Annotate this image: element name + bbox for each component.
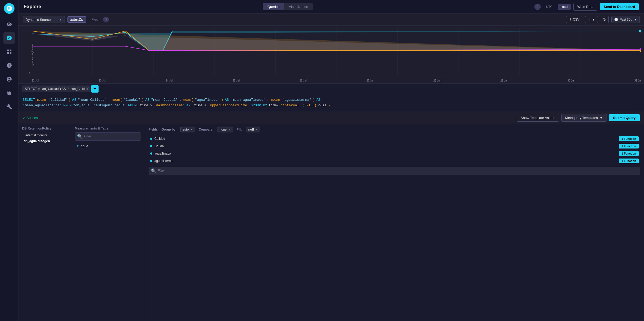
field-name-caudal: Caudal (154, 144, 617, 148)
sidebar-item-settings2[interactable] (3, 73, 15, 85)
fill-chevron-icon: ▼ (255, 128, 258, 131)
db-agua-autogen[interactable]: db_agua.autogen (22, 138, 67, 144)
fill-value: null (248, 128, 254, 131)
search-icon: 🔍 (77, 134, 82, 139)
query-tab-label: SELECT mean("Calidad") AS "mean_Calidad"… (25, 87, 90, 91)
header-tabs: Queries Visualization (263, 3, 313, 10)
sidebar-item-alert[interactable] (3, 60, 15, 71)
top-header: Explore Queries Visualization ? UTC Loca… (18, 0, 644, 14)
compare-value: none (219, 128, 227, 131)
lang-flux-button[interactable]: Flux (89, 16, 101, 23)
app-logo[interactable] (4, 3, 14, 14)
sidebar (0, 0, 18, 321)
fields-filter[interactable]: 🔍 (149, 167, 640, 175)
page-title: Explore (24, 4, 41, 9)
field-name-aguacisterna: aguacisterna (154, 159, 617, 163)
query-toolbar: Dynamic Source ▼ InfluxQL Flux ? ⬇ CSV ⏸… (18, 14, 644, 26)
x-label-0: 22 Jul (32, 79, 39, 82)
download-icon: ⬇ (569, 18, 572, 21)
metaquery-templates-button[interactable]: Metaquery Templates ▼ (561, 114, 607, 122)
metaquery-label: Metaquery Templates (565, 116, 598, 120)
lang-influxql-button[interactable]: InfluxQL (67, 16, 86, 23)
csv-download-button[interactable]: ⬇ CSV (566, 16, 582, 23)
field-function-btn-calidad[interactable]: 1 Function (619, 136, 639, 141)
measurements-header: Measurements & Tags (75, 127, 141, 130)
x-label-5: 27 Jul (367, 79, 374, 82)
sidebar-item-explore[interactable] (3, 32, 15, 44)
source-select[interactable]: Dynamic Source ▼ (23, 16, 65, 23)
pause-button[interactable]: ⏸ ▼ (585, 16, 598, 23)
submit-query-button[interactable]: Submit Query (609, 114, 640, 121)
field-dot-aguatinaco (150, 152, 152, 155)
status-bar: ✓ Success! Show Template Values Metaquer… (18, 112, 644, 124)
compare-select[interactable]: none ▼ (217, 127, 233, 132)
x-label-2: 24 Jul (165, 79, 173, 82)
metaquery-chevron-icon: ▼ (599, 116, 603, 120)
field-dot-caudal (150, 145, 152, 147)
time-range-label: Past 30d (620, 18, 632, 21)
help-button[interactable]: ? (534, 4, 541, 10)
query-help-button[interactable]: ? (103, 17, 109, 22)
time-range-chevron-icon: ▼ (634, 18, 637, 21)
field-function-btn-aguatinaco[interactable]: 1 Function (619, 151, 639, 156)
measurements-filter-input[interactable] (84, 135, 139, 138)
chart-y-zero: 0 (29, 72, 31, 75)
sidebar-item-eye[interactable] (3, 18, 15, 30)
field-function-btn-caudal[interactable]: 1 Function (619, 144, 639, 148)
field-function-btn-aguacisterna[interactable]: 1 Function (619, 159, 639, 163)
show-template-button[interactable]: Show Template Values (517, 114, 559, 122)
x-label-6: 28 Jul (433, 79, 441, 82)
write-data-button[interactable]: Write Data (573, 3, 597, 11)
compare-chevron-icon: ▼ (228, 128, 231, 131)
field-name-aguatinaco: aguaTinaco (154, 152, 617, 155)
query-tabs: SELECT mean("Calidad") AS "mean_Calidad"… (18, 84, 644, 94)
field-row-caudal[interactable]: Caudal 1 Function (149, 142, 640, 150)
x-label-7: 29 Jul (500, 79, 508, 82)
fill-select[interactable]: null ▼ (246, 127, 260, 132)
svg-point-14 (639, 30, 641, 32)
add-query-button[interactable]: + (91, 85, 99, 93)
group-by-value: auto (183, 128, 189, 131)
field-row-aguacisterna[interactable]: aguacisterna 1 Function (149, 157, 640, 165)
x-label-3: 25 Jul (232, 79, 240, 82)
schema-browser: DB.RetentionPolicy _internal.monitor db_… (18, 124, 644, 321)
field-row-calidad[interactable]: Calidad 1 Function (149, 135, 640, 142)
sidebar-item-grid[interactable] (3, 46, 15, 58)
sidebar-item-crown[interactable] (3, 87, 15, 99)
sql-select-kw: SELECT (23, 97, 35, 103)
compare-label: Compare: (199, 128, 213, 131)
query-tab-1[interactable]: SELECT mean("Calidad") AS "mean_Calidad"… (22, 85, 90, 92)
x-label-9: 31 Jul (634, 79, 641, 82)
pause-icon: ⏸ (588, 18, 591, 21)
fields-controls: Fields Group by: auto ▼ Compare: none ▼ … (149, 127, 640, 132)
main-content: Explore Queries Visualization ? UTC Loca… (18, 0, 644, 321)
send-to-dashboard-button[interactable]: Send to Dashboard (600, 3, 639, 10)
sql-editor[interactable]: SELECT mean("Calidad") AS "mean_Calidad"… (18, 94, 644, 112)
field-name-calidad: Calidad (154, 137, 617, 141)
db-internal-monitor[interactable]: _internal.monitor (22, 132, 67, 138)
fields-col: Fields Group by: auto ▼ Compare: none ▼ … (145, 124, 644, 321)
utc-button[interactable]: UTC (543, 4, 555, 10)
expand-arrow-icon: ▼ (76, 145, 79, 147)
group-by-select[interactable]: auto ▼ (180, 127, 195, 132)
chart-x-labels: 22 Jul 23 Jul 24 Jul 25 Jul 26 Jul 27 Ju… (32, 79, 641, 82)
sidebar-item-wrench[interactable] (3, 101, 15, 112)
db-retention-col: DB.RetentionPolicy _internal.monitor db_… (18, 124, 71, 321)
refresh-button[interactable]: ↻ (601, 16, 609, 23)
group-by-label: Group by: (162, 128, 177, 131)
measurement-agua[interactable]: ▼ agua (75, 143, 141, 149)
chart-area: agua.mean_Calidad (18, 26, 644, 84)
x-label-8: 30 Jul (567, 79, 574, 82)
field-row-aguatinaco[interactable]: aguaTinaco 1 Function (149, 150, 640, 157)
fields-filter-input[interactable] (158, 169, 638, 173)
tab-queries[interactable]: Queries (263, 3, 284, 10)
measurement-name: agua (81, 144, 88, 148)
tab-visualization[interactable]: Visualization (284, 3, 313, 10)
measurements-col: Measurements & Tags 🔍 ▼ agua (71, 124, 145, 321)
x-label-4: 26 Jul (300, 79, 307, 82)
measurements-filter[interactable]: 🔍 (75, 132, 141, 141)
time-range-select[interactable]: 🕐 Past 30d ▼ (611, 16, 640, 23)
fields-search-icon: 🔍 (151, 168, 156, 173)
clock-icon: 🕐 (614, 18, 618, 21)
local-button[interactable]: Local (558, 4, 571, 10)
